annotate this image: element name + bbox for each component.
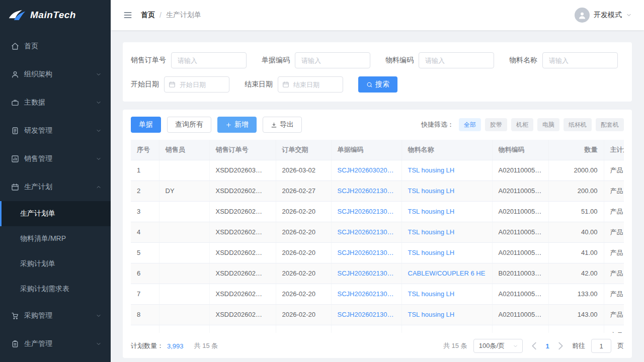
- sidebar-item-org[interactable]: 组织架构: [0, 60, 111, 88]
- table-cell-doc_code[interactable]: SCJH20260213002…: [331, 284, 401, 304]
- table-cell-doc_code[interactable]: SCJH20260213003…: [331, 263, 401, 284]
- table-cell-quantity: 143.00: [548, 304, 604, 325]
- goto-page-input[interactable]: [591, 339, 611, 353]
- table-cell-salesperson: [159, 222, 209, 242]
- table-cell-material_name[interactable]: TSL housing LH: [401, 304, 492, 325]
- table-cell-salesperson: [159, 242, 209, 263]
- sidebar-item-label: 采购管理: [24, 311, 96, 320]
- table-row[interactable]: 2DYXSDD202602…2026-02-27SCJH20260213005……: [131, 180, 624, 201]
- sidebar-subitem-bom-mrp[interactable]: 物料清单/MRP: [0, 226, 111, 251]
- prev-page-button[interactable]: [529, 340, 540, 351]
- table-footer: 计划数量： 3,993 共 15 条 共 15 条 100条/页 1: [131, 333, 624, 353]
- column-header-sales_order_no: 销售订单号: [209, 140, 276, 160]
- table-row[interactable]: 5XSDD202602…2026-02-20SCJH20260213003…TS…: [131, 242, 624, 263]
- quick-filter-chip[interactable]: 配套机: [596, 118, 624, 131]
- table-cell-material_code: A0201100056…: [492, 180, 548, 201]
- column-header-material_name: 物料名称: [401, 140, 492, 160]
- table-row[interactable]: 9XSDD202602…2026-02-20SCJH20260213002…CA…: [131, 325, 624, 333]
- sidebar-subitem-purchase-plan-order[interactable]: 采购计划单: [0, 251, 111, 277]
- table-cell-material_code: A0201100056…: [492, 160, 548, 180]
- sidebar-item-production-management[interactable]: 生产管理: [0, 330, 111, 358]
- table-row[interactable]: 6XSDD202602…2026-02-20SCJH20260213003…CA…: [131, 263, 624, 284]
- table-cell-quantity: 42.00: [548, 263, 604, 284]
- doc-code-input[interactable]: [295, 52, 370, 68]
- table-row[interactable]: 7XSDD202602…2026-02-20SCJH20260213002…TS…: [131, 284, 624, 304]
- table-cell-doc_code[interactable]: SCJH20260302001…: [331, 160, 401, 180]
- page-number[interactable]: 1: [542, 340, 553, 351]
- quick-filter-chip[interactable]: 胶带: [485, 118, 507, 131]
- quick-filter-chip[interactable]: 电脑: [537, 118, 559, 131]
- table-cell-delivery_date: 2026-02-20: [276, 242, 331, 263]
- table-cell-material_name[interactable]: CABLEW/COUPLER 6 HE: [401, 263, 492, 284]
- sidebar-item-label: 首页: [24, 42, 102, 51]
- sidebar-item-sales-management[interactable]: 销售管理: [0, 145, 111, 173]
- export-button[interactable]: 导出: [263, 117, 302, 133]
- avatar: [575, 8, 590, 23]
- table-cell-material_name[interactable]: TSL housing LH: [401, 160, 492, 180]
- table-row[interactable]: 8XSDD202602…2026-02-20SCJH20260213002…TS…: [131, 304, 624, 325]
- table-row[interactable]: 3XSDD202602…2026-02-20SCJH20260213004…TS…: [131, 201, 624, 222]
- doc-button[interactable]: 单据: [131, 117, 161, 133]
- filter-field-material-name: 物料名称: [509, 52, 618, 68]
- quick-filter-chip[interactable]: 全部: [459, 118, 481, 131]
- filter-panel: 销售订单号单据编码物料编码物料名称 开始日期结束日期 搜索: [123, 42, 632, 102]
- filter-field-start-date: 开始日期: [131, 76, 229, 93]
- table-cell-doc_code[interactable]: SCJH20260213002…: [331, 325, 401, 333]
- calendar-icon: [11, 183, 19, 191]
- breadcrumb-home[interactable]: 首页: [141, 11, 155, 20]
- table-cell-material_name[interactable]: TSL housing LH: [401, 284, 492, 304]
- user-menu[interactable]: 开发模式: [575, 8, 632, 23]
- table-cell-index: 3: [131, 201, 159, 222]
- table-cell-index: 5: [131, 242, 159, 263]
- table-cell-material_name[interactable]: TSL housing LH: [401, 201, 492, 222]
- table-cell-material_name[interactable]: TSL housing LH: [401, 242, 492, 263]
- table-cell-sales_order_no: XSDD202602…: [209, 180, 276, 201]
- search-button[interactable]: 搜索: [358, 76, 397, 93]
- menu-fold-icon[interactable]: [123, 10, 133, 20]
- table-cell-salesperson: [159, 201, 209, 222]
- table-cell-material_name[interactable]: TSL housing LH: [401, 222, 492, 242]
- column-header-material_code: 物料编码: [492, 140, 548, 160]
- table-cell-sales_order_no: XSDD202602…: [209, 304, 276, 325]
- sidebar-subitem-purchase-plan-demand[interactable]: 采购计划需求表: [0, 277, 111, 302]
- table-row[interactable]: 4XSDD202602…2026-02-20SCJH20260213003…TS…: [131, 222, 624, 242]
- table-cell-doc_code[interactable]: SCJH20260213003…: [331, 222, 401, 242]
- filter-label: 销售订单号: [131, 56, 166, 65]
- sidebar-item-master-data[interactable]: 主数据: [0, 88, 111, 117]
- table-cell-salesperson: [159, 325, 209, 333]
- add-button[interactable]: 新增: [217, 117, 257, 133]
- sidebar-item-label: 主数据: [24, 98, 96, 107]
- query-all-button[interactable]: 查询所有: [167, 117, 211, 133]
- sidebar-item-label: 研发管理: [24, 126, 96, 135]
- table-cell-material_code: B0201100032…: [492, 325, 548, 333]
- table-cell-material_name[interactable]: TSL housing LH: [401, 180, 492, 201]
- material-code-input[interactable]: [419, 52, 494, 68]
- quick-filter-chip[interactable]: 机柜: [511, 118, 533, 131]
- table-cell-doc_code[interactable]: SCJH20260213005…: [331, 180, 401, 201]
- material-name-input[interactable]: [542, 52, 618, 68]
- calendar-icon: [282, 81, 289, 88]
- sidebar-item-production-plan[interactable]: 生产计划: [0, 173, 111, 201]
- filter-row-text: 销售订单号单据编码物料编码物料名称: [131, 52, 624, 68]
- table-cell-doc_code[interactable]: SCJH20260213003…: [331, 242, 401, 263]
- table-cell-index: 1: [131, 160, 159, 180]
- table-cell-material_name[interactable]: CABLEW/COUPLER 6 HE: [401, 325, 492, 333]
- plan-qty-value: 3,993: [167, 342, 184, 350]
- page-size-select[interactable]: 100条/页: [473, 339, 523, 353]
- sidebar-item-home[interactable]: 首页: [0, 32, 111, 60]
- sidebar-item-rd-management[interactable]: 研发管理: [0, 117, 111, 145]
- table-cell-doc_code[interactable]: SCJH20260213002…: [331, 304, 401, 325]
- table-cell-doc_code[interactable]: SCJH20260213004…: [331, 201, 401, 222]
- sidebar-item-label: 组织架构: [24, 70, 96, 79]
- sidebar: MainTech 首页组织架构主数据研发管理销售管理生产计划生产计划单物料清单/…: [0, 0, 111, 362]
- sidebar-item-purchase-management[interactable]: 采购管理: [0, 302, 111, 330]
- next-page-button[interactable]: [555, 340, 566, 351]
- plan-qty-label: 计划数量：: [131, 341, 164, 350]
- sidebar-subitem-production-plan-order[interactable]: 生产计划单: [0, 201, 111, 226]
- table-cell-salesperson: [159, 263, 209, 284]
- sales-order-no-input[interactable]: [171, 52, 247, 68]
- quick-filter-chip[interactable]: 纸杯机: [564, 118, 592, 131]
- table-row[interactable]: 1XSDD202603…2026-03-02SCJH20260302001…TS…: [131, 160, 624, 180]
- filter-field-end-date: 结束日期: [245, 76, 343, 93]
- home-icon: [11, 42, 19, 50]
